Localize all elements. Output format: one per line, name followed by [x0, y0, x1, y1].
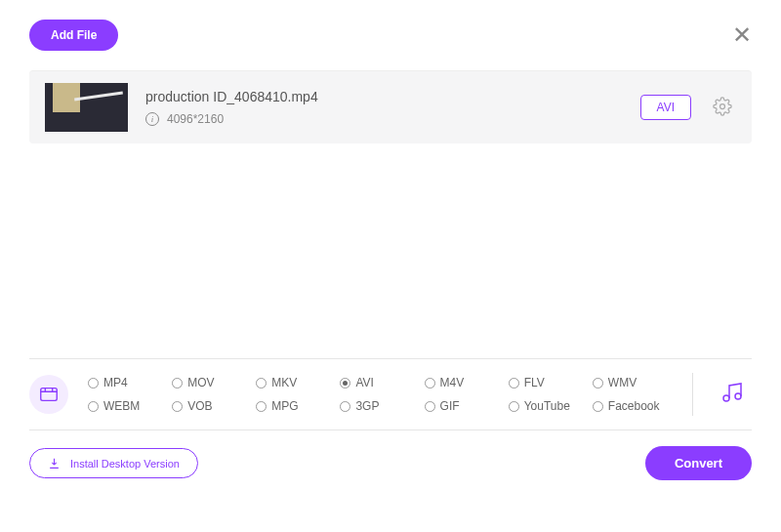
format-option-avi[interactable]: AVI	[340, 376, 420, 389]
radio-icon	[88, 401, 99, 412]
install-desktop-button[interactable]: Install Desktop Version	[29, 448, 198, 478]
info-icon[interactable]: i	[145, 112, 159, 126]
format-option-m4v[interactable]: M4V	[425, 376, 505, 389]
radio-icon	[509, 378, 519, 389]
divider	[692, 373, 693, 416]
format-option-mov[interactable]: MOV	[172, 376, 252, 389]
video-category-icon[interactable]	[29, 375, 68, 414]
format-selector: MP4MOVMKVAVIM4VFLVWMVWEBMVOBMPG3GPGIFYou…	[29, 358, 752, 430]
radio-icon	[88, 378, 99, 389]
format-label: Facebook	[608, 399, 660, 413]
format-option-mkv[interactable]: MKV	[256, 376, 336, 389]
radio-icon	[172, 378, 183, 389]
convert-button[interactable]: Convert	[645, 446, 752, 480]
file-resolution: 4096*2160	[167, 112, 224, 126]
format-label: MP4	[103, 376, 128, 389]
format-label: YouTube	[524, 399, 570, 413]
format-option-vob[interactable]: VOB	[172, 399, 252, 413]
format-label: 3GP	[355, 399, 379, 413]
close-icon: ✕	[732, 21, 752, 48]
radio-icon	[340, 378, 350, 389]
radio-icon	[593, 378, 603, 389]
radio-icon	[425, 378, 435, 389]
svg-point-0	[720, 103, 725, 108]
format-label: MKV	[271, 376, 297, 389]
format-label: AVI	[355, 376, 373, 389]
settings-button[interactable]	[709, 93, 736, 123]
format-label: GIF	[440, 399, 460, 413]
format-label: WEBM	[103, 399, 140, 413]
format-option-3gp[interactable]: 3GP	[340, 399, 420, 413]
format-option-flv[interactable]: FLV	[509, 376, 589, 389]
svg-point-2	[723, 395, 729, 401]
file-thumbnail	[45, 83, 128, 132]
format-option-mpg[interactable]: MPG	[256, 399, 336, 413]
format-option-wmv[interactable]: WMV	[593, 376, 673, 389]
file-name: production ID_4068410.mp4	[145, 89, 623, 104]
radio-icon	[593, 401, 603, 412]
format-option-webm[interactable]: WEBM	[88, 399, 168, 413]
radio-icon	[256, 401, 267, 412]
audio-category-icon[interactable]	[713, 381, 752, 408]
format-option-youtube[interactable]: YouTube	[509, 399, 589, 413]
format-label: WMV	[608, 376, 637, 389]
download-icon	[48, 457, 61, 470]
format-option-facebook[interactable]: Facebook	[593, 399, 673, 413]
target-format-badge[interactable]: AVI	[640, 95, 691, 120]
format-label: FLV	[524, 376, 545, 389]
close-button[interactable]: ✕	[732, 21, 752, 49]
format-label: MOV	[187, 376, 214, 389]
format-option-mp4[interactable]: MP4	[88, 376, 168, 389]
radio-icon	[509, 401, 519, 412]
radio-icon	[340, 401, 350, 412]
radio-icon	[172, 401, 183, 412]
format-option-gif[interactable]: GIF	[425, 399, 505, 413]
svg-rect-1	[41, 389, 58, 401]
svg-point-3	[735, 393, 741, 399]
radio-icon	[425, 401, 435, 412]
gear-icon	[713, 97, 732, 116]
install-desktop-label: Install Desktop Version	[70, 458, 180, 470]
radio-icon	[256, 378, 267, 389]
format-label: MPG	[271, 399, 298, 413]
file-item: production ID_4068410.mp4 i 4096*2160 AV…	[29, 70, 752, 143]
format-label: VOB	[187, 399, 212, 413]
add-file-button[interactable]: Add File	[29, 20, 118, 51]
format-label: M4V	[440, 376, 465, 389]
